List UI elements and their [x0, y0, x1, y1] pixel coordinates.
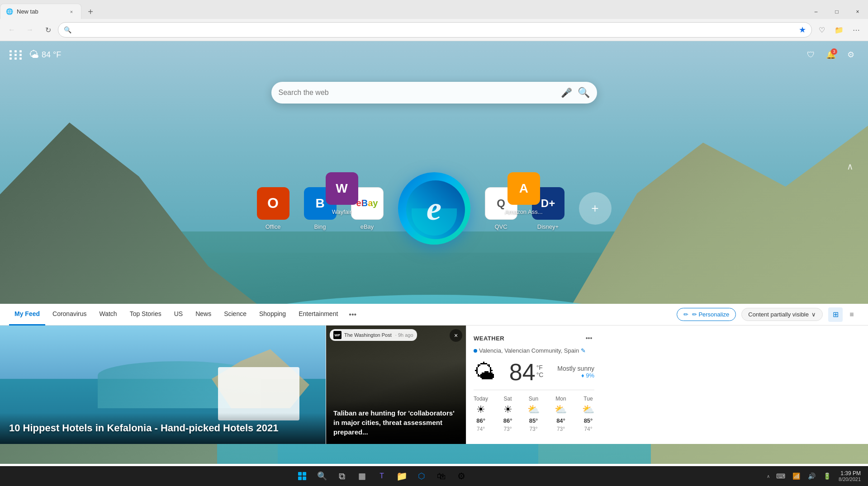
minimize-btn[interactable]: – — [806, 5, 826, 19]
mic-icon[interactable]: 🎤 — [561, 87, 572, 98]
close-news-btn[interactable]: × — [450, 329, 462, 342]
personalize-label: ✏ Personalize — [692, 311, 730, 318]
volume-icon[interactable]: 🔊 — [804, 466, 819, 486]
task-view-btn[interactable]: ⧉ — [333, 466, 351, 486]
maximize-btn[interactable]: □ — [826, 5, 847, 19]
feed-nav-top-stories[interactable]: Top Stories — [124, 304, 167, 326]
location-dot — [474, 349, 477, 353]
forecast-lo-today: 74° — [477, 426, 485, 432]
chevron-up-btn[interactable]: ∧ — [764, 466, 773, 486]
edge-taskbar-btn[interactable]: ⬡ — [413, 466, 431, 486]
close-btn[interactable]: × — [847, 5, 868, 19]
feed-nav-science[interactable]: Science — [218, 304, 252, 326]
search-taskbar-btn[interactable]: 🔍 — [313, 466, 331, 486]
shortcuts-bar: O Office B Bing eBay eBay W — [257, 172, 612, 245]
tab-bar: 🌐 New tab × + – □ × — [0, 0, 868, 19]
weather-icon: 🌤 — [29, 49, 39, 61]
search-go-icon[interactable]: 🔍 — [578, 87, 590, 99]
shortcut-label-bing: Bing — [314, 223, 326, 230]
collections-btn[interactable]: 📁 — [831, 22, 847, 38]
edge-taskbar-icon: ⬡ — [418, 471, 425, 481]
active-tab[interactable]: 🌐 New tab × — [0, 4, 81, 19]
shortcut-label-disney: Disney+ — [537, 223, 559, 230]
feed-nav-coronavirus[interactable]: Coronavirus — [47, 304, 92, 326]
shortcut-label-amazon: Amazon Ass... — [505, 208, 542, 215]
source-time: · 9h ago — [395, 332, 413, 338]
weather-more-btn[interactable]: ••• — [583, 333, 594, 344]
tab-close-btn[interactable]: × — [67, 8, 76, 16]
new-tab-button[interactable]: + — [83, 5, 98, 19]
unit-c: °C — [536, 371, 544, 378]
feed-nav-watch[interactable]: Watch — [94, 304, 123, 326]
add-shortcut-btn[interactable]: + — [579, 192, 612, 225]
news-source-bar: WP The Washington Post · 9h ago — [330, 329, 417, 341]
forecast-icon-tue: ⛅ — [582, 404, 594, 415]
personalize-btn[interactable]: ✏ ✏ Personalize — [677, 308, 736, 321]
settings-taskbar-btn[interactable]: ⚙ — [452, 466, 470, 486]
feed-nav-entertainment[interactable]: Entertainment — [293, 304, 343, 326]
forecast-label-sun: Sun — [529, 396, 538, 402]
start-btn[interactable] — [293, 466, 311, 486]
more-btn[interactable]: ⋯ — [848, 22, 864, 38]
forecast-sat: Sat ☀ 86° 73° — [503, 396, 512, 432]
favorites-star-icon[interactable]: ★ — [799, 25, 806, 35]
news-card-medium-title: Taliban are hunting for 'collaborators' … — [333, 408, 459, 437]
feed-nav-news[interactable]: News — [190, 304, 217, 326]
news-card-large[interactable]: 10 Hippest Hotels in Kefalonia - Hand-pi… — [0, 326, 326, 444]
keyboard-btn[interactable]: ⌨ — [773, 466, 788, 486]
collapse-btn[interactable]: ∧ — [847, 161, 854, 172]
task-view-icon: ⧉ — [339, 471, 345, 481]
forward-btn[interactable]: → — [22, 22, 38, 38]
forecast-hi-sun: 85° — [529, 417, 538, 424]
widgets-btn[interactable]: ▦ — [353, 466, 371, 486]
wifi-icon[interactable]: 📶 — [789, 466, 803, 486]
file-explorer-btn[interactable]: 📁 — [393, 466, 411, 486]
weather-location-text: Valencia, Valencian Community, Spain — [479, 347, 579, 354]
address-input[interactable] — [75, 26, 795, 33]
address-bar[interactable]: 🔍 ★ — [58, 22, 812, 38]
search-input[interactable] — [279, 89, 555, 97]
top-bar: 🌤 84 °F 🛡 🔔 3 ⚙ — [9, 47, 859, 63]
shortcut-amazon[interactable]: A Amazon Ass... — [505, 172, 542, 215]
news-card-medium[interactable]: × WP The Washington Post · 9h ago Taliba… — [326, 326, 466, 444]
shortcut-wayfair[interactable]: W Wayfair — [326, 172, 358, 215]
teams-btn[interactable]: T — [373, 466, 391, 486]
list-layout-btn[interactable]: ≡ — [844, 307, 859, 322]
weather-icon-large: 🌤 — [474, 359, 495, 384]
forecast-label-mon: Mon — [555, 396, 566, 402]
chevron-down-icon: ∨ — [811, 311, 816, 318]
shortcut-office[interactable]: O Office — [257, 187, 289, 230]
reload-btn[interactable]: ↻ — [40, 22, 56, 38]
favorites-btn[interactable]: ♡ — [814, 22, 830, 38]
shortcut-label-wayfair: Wayfair — [332, 208, 352, 215]
battery-icon[interactable]: 🔋 — [820, 466, 834, 486]
back-btn[interactable]: ← — [4, 22, 20, 38]
search-bar[interactable]: 🎤 🔍 — [271, 82, 597, 104]
weather-widget[interactable]: 🌤 84 °F — [29, 49, 61, 61]
grid-layout-btn[interactable]: ⊞ — [828, 307, 843, 322]
content-visible-btn[interactable]: Content partially visible ∨ — [741, 308, 823, 321]
settings-btn[interactable]: ⚙ — [843, 47, 859, 63]
shield-btn[interactable]: 🛡 — [803, 47, 819, 63]
forecast-lo-sat: 73° — [503, 426, 512, 432]
clock[interactable]: 1:39 PM 8/20/2021 — [835, 470, 864, 482]
weather-card: WEATHER ••• Valencia, Valencian Communit… — [466, 326, 602, 444]
forecast-hi-mon: 84° — [556, 417, 565, 424]
weather-card-header: WEATHER ••• — [474, 333, 594, 344]
location-edit-icon[interactable]: ✎ — [581, 347, 586, 354]
weather-forecast: Today ☀ 86° 74° Sat ☀ 86° 73° Sun — [474, 396, 594, 432]
weather-card-title: WEATHER — [474, 335, 504, 342]
shortcut-label-office: Office — [266, 223, 281, 230]
feed-nav-shopping[interactable]: Shopping — [254, 304, 291, 326]
store-btn[interactable]: 🛍 — [432, 466, 451, 486]
notifications-btn[interactable]: 🔔 3 — [823, 47, 839, 63]
feed-nav-us[interactable]: US — [169, 304, 188, 326]
weather-precip: ♦ 9% — [557, 372, 594, 379]
forecast-lo-mon: 73° — [557, 426, 565, 432]
forecast-icon-sun: ⛅ — [527, 404, 540, 415]
forecast-icon-today: ☀ — [476, 404, 485, 415]
apps-grid-btn[interactable] — [9, 47, 24, 62]
feed-nav-my-feed[interactable]: My Feed — [9, 304, 45, 326]
source-logo: WP — [333, 331, 342, 339]
feed-nav-more[interactable]: ••• — [345, 304, 360, 326]
